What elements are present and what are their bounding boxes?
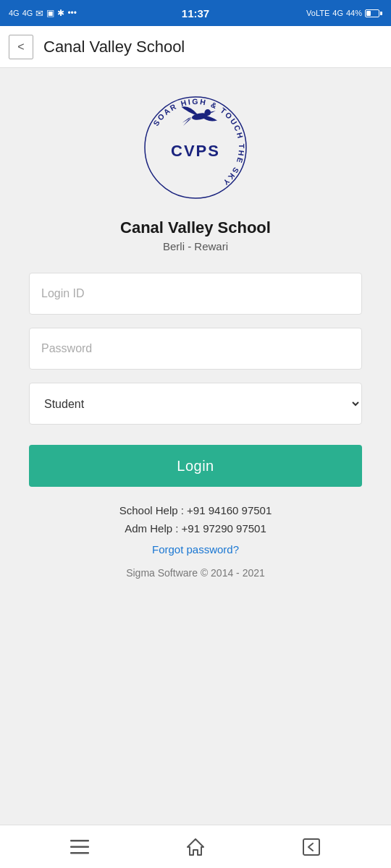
more-icon: ••• — [67, 8, 77, 18]
nav-title: Canal Valley School — [43, 38, 185, 56]
school-help-text: School Help : +91 94160 97501 — [29, 504, 362, 516]
network-icon: 4G — [332, 9, 343, 17]
svg-rect-9 — [70, 846, 89, 848]
back-square-icon — [302, 838, 321, 856]
top-nav-bar: < Canal Valley School — [0, 26, 391, 68]
login-id-input[interactable] — [29, 273, 362, 315]
svg-rect-12 — [303, 839, 319, 855]
battery-icon — [365, 9, 382, 17]
bottom-menu-icon[interactable] — [70, 840, 89, 854]
copyright-text: Sigma Software © 2014 - 2021 — [29, 567, 362, 579]
password-input[interactable] — [29, 328, 362, 370]
battery-percent: 44% — [346, 9, 362, 17]
settings-icon: ✱ — [57, 8, 64, 18]
bottom-home-icon[interactable] — [186, 838, 205, 856]
forgot-password-link[interactable]: Forgot password? — [29, 543, 362, 556]
svg-marker-5 — [211, 111, 216, 113]
logo-svg: SOAR HIGH & TOUCH THE SKY CVPS — [138, 90, 253, 205]
login-form: Student Teacher Admin Parent Login Schoo… — [29, 273, 362, 579]
school-logo: SOAR HIGH & TOUCH THE SKY CVPS — [138, 90, 253, 205]
svg-marker-11 — [188, 839, 203, 855]
login-button[interactable]: Login — [29, 445, 362, 487]
main-content: SOAR HIGH & TOUCH THE SKY CVPS — [0, 68, 391, 825]
svg-rect-10 — [70, 852, 89, 854]
svg-text:CVPS: CVPS — [171, 142, 220, 160]
signal-icon: 4G — [9, 9, 20, 17]
bottom-back-icon[interactable] — [302, 838, 321, 856]
status-bar-time: 11:37 — [182, 7, 209, 20]
camera-icon: ▣ — [46, 8, 54, 18]
adm-help-text: Adm Help : +91 97290 97501 — [29, 522, 362, 535]
hamburger-icon — [70, 840, 89, 854]
svg-point-4 — [204, 109, 211, 116]
svg-rect-8 — [70, 840, 89, 842]
status-bar-left: 4G 4G ✉ ▣ ✱ ••• — [9, 8, 77, 19]
mail-icon: ✉ — [35, 8, 43, 19]
back-button[interactable]: < — [9, 35, 33, 59]
school-location: Berli - Rewari — [163, 240, 228, 252]
status-bar: 4G 4G ✉ ▣ ✱ ••• 11:37 VoLTE 4G 44% — [0, 0, 391, 26]
school-name-heading: Canal Valley School — [120, 218, 271, 237]
home-icon — [186, 838, 205, 856]
bottom-nav — [0, 825, 391, 868]
status-bar-right: VoLTE 4G 44% — [306, 9, 382, 17]
role-select[interactable]: Student Teacher Admin Parent — [29, 383, 362, 425]
signal-icon-2: 4G — [22, 9, 33, 17]
volte-icon: VoLTE — [306, 9, 329, 17]
